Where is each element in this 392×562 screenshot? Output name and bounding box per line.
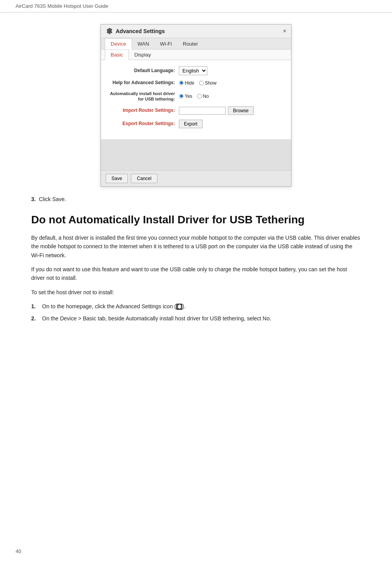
default-language-control: English [179,66,283,75]
import-router-input[interactable] [179,107,226,115]
dialog-title: Advanced Settings [106,28,165,35]
usb-tethering-row: Automatically install host driver for US… [109,91,283,102]
list-item: 1. On to the homepage, click the Advance… [31,302,361,311]
usb-yes-radio-item[interactable]: Yes [179,94,192,99]
step-3-text: Click Save. [39,196,66,202]
usb-tethering-control: Yes No [179,94,283,99]
section-para3: To set the host driver not to install: [31,288,361,297]
show-radio-label: Show [205,80,217,86]
tab-wifi[interactable]: Wi-Fi [155,38,177,49]
dialog-form: Default Language: English Help for Advan… [101,60,291,139]
page-header-title: AirCard 763S Mobile Hotspot User Guide [16,3,108,9]
language-select[interactable]: English [179,66,207,75]
hide-radio-label: Hide [185,80,194,86]
show-radio-item[interactable]: Show [199,80,217,86]
help-advanced-row: Help for Advanced Settings: Hide Show [109,80,283,86]
page-footer: 40 [16,548,21,554]
list-num-2: 2. [31,314,39,323]
dialog-spacer [101,139,291,170]
help-radio-group: Hide Show [179,80,217,86]
page-header: AirCard 763S Mobile Hotspot User Guide [0,0,392,12]
export-router-label: Export Router Settings: [109,121,179,127]
dialog-titlebar: Advanced Settings × [101,25,291,38]
inline-gear-icon [176,304,182,310]
step-3-number: 3. [31,196,36,202]
export-button[interactable]: Export [179,120,203,128]
hide-radio-item[interactable]: Hide [179,80,194,86]
tab-wan[interactable]: WAN [132,38,155,49]
numbered-list: 1. On to the homepage, click the Advance… [31,302,361,323]
screenshot-wrap: Advanced Settings × Device WAN Wi-Fi Rou… [31,24,361,187]
show-radio-dot [199,81,204,85]
usb-no-radio-item[interactable]: No [197,94,209,99]
usb-radio-group: Yes No [179,94,209,99]
list-text-1: On to the homepage, click the Advanced S… [42,302,361,311]
list-num-1: 1. [31,302,39,311]
tab-device[interactable]: Device [105,38,132,49]
section-heading: Do not Automatically Install Driver for … [31,213,361,226]
import-router-control: Browse [179,106,283,115]
advanced-settings-dialog: Advanced Settings × Device WAN Wi-Fi Rou… [101,24,291,187]
dialog-sub-tabs: Basic Display [101,49,291,60]
dialog-footer: Save Cancel [101,170,291,186]
hide-radio-dot [179,81,184,85]
help-advanced-control: Hide Show [179,80,283,86]
import-router-label: Import Router Settings: [109,108,179,114]
list-text-2: On the Device > Basic tab, beside Automa… [42,314,361,323]
dialog-close-button[interactable]: × [283,28,286,34]
usb-yes-radio-label: Yes [185,94,192,99]
usb-no-radio-dot [197,94,202,99]
main-content: Advanced Settings × Device WAN Wi-Fi Rou… [0,12,392,341]
dialog-title-text: Advanced Settings [116,28,165,34]
help-advanced-label: Help for Advanced Settings: [109,80,179,86]
default-language-row: Default Language: English [109,66,283,75]
browse-button[interactable]: Browse [228,106,254,115]
save-button[interactable]: Save [106,174,128,183]
dialog-main-tabs: Device WAN Wi-Fi Router [101,38,291,49]
page-number: 40 [16,548,21,554]
step-3-line: 3. Click Save. [31,196,361,202]
gear-icon [106,28,113,35]
import-router-row: Import Router Settings: Browse [109,106,283,115]
export-router-control: Export [179,120,283,128]
subtab-display[interactable]: Display [129,49,157,60]
cancel-button[interactable]: Cancel [131,174,157,183]
usb-yes-radio-dot [179,94,184,99]
usb-no-radio-label: No [203,94,209,99]
export-router-row: Export Router Settings: Export [109,120,283,128]
section-para2: If you do not want to use this feature a… [31,265,361,283]
usb-tethering-label: Automatically install host driver for US… [109,91,179,102]
subtab-basic[interactable]: Basic [105,49,129,60]
list-item: 2. On the Device > Basic tab, beside Aut… [31,314,361,323]
tab-router[interactable]: Router [177,38,203,49]
default-language-label: Default Language: [109,68,179,74]
section-para1: By default, a host driver is installed t… [31,233,361,260]
